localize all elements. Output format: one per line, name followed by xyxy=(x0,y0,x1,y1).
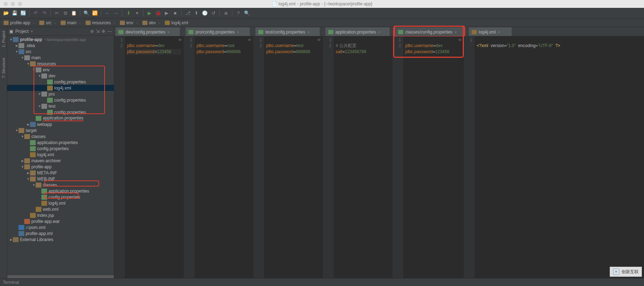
code-area[interactable]: jdbc.username=root jdbc.password=666666 … xyxy=(194,36,253,278)
minimize-window-icon[interactable] xyxy=(11,2,15,6)
search-everywhere-icon[interactable]: 🔍 xyxy=(243,9,251,17)
crumb-src[interactable]: src xyxy=(38,20,59,26)
tree-profile-app[interactable]: ▼profile-app xyxy=(7,164,114,170)
tree-test-config[interactable]: ▶config.properties xyxy=(7,109,114,115)
vcs-revert-icon[interactable]: ↺ xyxy=(209,9,217,17)
crumb-file[interactable]: log4j.xml xyxy=(163,20,194,26)
close-icon[interactable]: × xyxy=(237,30,239,34)
editor-pane-classes-config[interactable]: 12 jdbc.username=dev jdbc.password=12345… xyxy=(392,36,464,278)
terminal-button[interactable]: Terminal xyxy=(3,280,19,285)
close-window-icon[interactable] xyxy=(4,2,8,6)
tab-test-config[interactable]: test/config.properties× xyxy=(255,27,320,36)
tab-log4j[interactable]: log4j.xml× xyxy=(469,27,512,36)
tree-maven-archiver[interactable]: ▶maven-archiver xyxy=(7,158,114,164)
tree-main[interactable]: ▼main xyxy=(7,55,114,61)
editor-pane-dev[interactable]: 12 jdbc.username=dev jdbc.password=12345… xyxy=(114,36,184,278)
settings-icon[interactable]: ✻ xyxy=(102,29,105,34)
tree-cls-config[interactable]: ▶config.properties xyxy=(7,145,114,152)
back-icon[interactable]: ← xyxy=(103,9,111,17)
tree-pro[interactable]: ▼pro xyxy=(7,91,114,97)
crumb-main[interactable]: main xyxy=(59,20,83,26)
run-icon[interactable]: ▶ xyxy=(146,9,153,17)
crumb-resources[interactable]: resources xyxy=(84,20,118,26)
build-icon[interactable]: ⬇ xyxy=(125,9,132,17)
tree-src[interactable]: ▼src xyxy=(7,48,114,55)
structure-popup-icon[interactable]: ≣ xyxy=(222,9,230,17)
editor-pane-test[interactable]: 12 jdbc.username=test jdbc.password=8888… xyxy=(253,36,323,278)
tree-cls-app-props[interactable]: ▶application.properties xyxy=(7,139,114,145)
eye-icon[interactable]: 👁 xyxy=(317,37,321,43)
tab-classes-config[interactable]: classes/config.properties× xyxy=(395,27,463,36)
tree-iml[interactable]: ▶profile-app.iml xyxy=(7,230,114,236)
paste-icon[interactable]: 📋 xyxy=(70,9,78,17)
tree-index-jsp[interactable]: ▶index.jsp xyxy=(7,212,114,218)
coverage-icon[interactable]: ▶ xyxy=(163,9,171,17)
tree-classes[interactable]: ▼classes xyxy=(7,133,114,139)
editor-pane-log4j[interactable]: 1 <?xml version="1.0" encoding="UTF-8" ?… xyxy=(464,36,644,278)
tree-cls-log4j[interactable]: ▶log4j.xml xyxy=(7,152,114,158)
stop-icon[interactable]: ■ xyxy=(171,9,179,17)
copy-icon[interactable]: ⧉ xyxy=(61,9,69,17)
close-icon[interactable]: × xyxy=(498,30,500,34)
sync-icon[interactable]: 🔄 xyxy=(19,9,27,17)
tab-dev-config[interactable]: dev/config.properties× xyxy=(116,27,180,36)
tab-pro-config[interactable]: pro/config.properties× xyxy=(186,27,250,36)
close-icon[interactable]: × xyxy=(167,30,169,34)
save-icon[interactable]: 💾 xyxy=(11,9,19,17)
tool-project-tab[interactable]: 1: Project xyxy=(1,31,6,47)
code-area[interactable]: jdbc.username=test jdbc.password=888888 … xyxy=(264,36,323,278)
zoom-window-icon[interactable] xyxy=(18,2,22,6)
open-icon[interactable]: 📂 xyxy=(2,9,10,17)
tree-resources[interactable]: ▼resources xyxy=(7,61,114,67)
tree-dev-config[interactable]: ▶config.properties xyxy=(7,79,114,85)
tree-wcls-config[interactable]: ▶config.properties xyxy=(7,194,114,200)
editor-pane-app[interactable]: 12 # 公共配置 salt=123456789 xyxy=(323,36,392,278)
crumb-project[interactable]: profile-app xyxy=(2,20,37,26)
find-icon[interactable]: 🔍 xyxy=(82,9,90,17)
run-config-icon[interactable]: ▾ xyxy=(133,9,141,17)
close-icon[interactable]: × xyxy=(307,30,309,34)
tree-external-libraries[interactable]: ▶External Libraries xyxy=(7,236,114,242)
forward-icon[interactable]: → xyxy=(112,9,120,17)
tree-pom[interactable]: ▶m pom.xml xyxy=(7,224,114,230)
tree-root[interactable]: ▼profile-app~/workspace/profile-app xyxy=(7,36,114,42)
code-area[interactable]: <?xml version="1.0" encoding="UTF-8" ?> xyxy=(475,36,644,278)
tree-webapp[interactable]: ▶webapp xyxy=(7,121,114,127)
close-icon[interactable]: × xyxy=(455,30,457,34)
tree-webinf-classes[interactable]: ▼classes xyxy=(7,182,114,188)
code-area[interactable]: jdbc.username=dev jdbc.password=123456 👁 xyxy=(125,36,183,278)
tree-web-xml[interactable]: ▶web.xml xyxy=(7,206,114,212)
tree-env[interactable]: ▼env xyxy=(7,67,114,73)
eye-icon[interactable]: 👁 xyxy=(458,37,462,43)
tool-structure-tab[interactable]: 7: Structure xyxy=(1,58,6,78)
undo-icon[interactable]: ↶ xyxy=(32,9,40,17)
tree-wcls-app-props[interactable]: ▶application.properties xyxy=(7,188,114,194)
tree-idea[interactable]: ▶.idea xyxy=(7,42,114,48)
collapse-icon[interactable]: ⊕ xyxy=(90,29,94,34)
tree-app-props[interactable]: ▶application.properties xyxy=(7,115,114,121)
editor-pane-pro[interactable]: 12 jdbc.username=root jdbc.password=6666… xyxy=(184,36,253,278)
redo-icon[interactable]: ↷ xyxy=(40,9,48,17)
tree-web-inf[interactable]: ▼WEB-INF xyxy=(7,176,114,182)
code-area[interactable]: jdbc.username=dev jdbc.password=123456 👁 xyxy=(403,36,463,278)
replace-icon[interactable]: 🔁 xyxy=(91,9,99,17)
vcs-update-icon[interactable]: ⬆ xyxy=(192,9,200,17)
vcs-history-icon[interactable]: 🕒 xyxy=(201,9,209,17)
eye-icon[interactable]: 👁 xyxy=(178,37,182,43)
tree-pro-config[interactable]: ▶config.properties xyxy=(7,97,114,103)
crumb-env[interactable]: env xyxy=(118,20,140,26)
tree-dev-log4j[interactable]: ▶log4j.xml xyxy=(7,85,114,91)
project-tree[interactable]: ▼profile-app~/workspace/profile-app ▶.id… xyxy=(7,36,114,278)
tree-scrollbar-thumb[interactable] xyxy=(7,275,114,278)
close-icon[interactable]: × xyxy=(378,30,380,34)
tree-meta-inf[interactable]: ▶META-INF xyxy=(7,170,114,176)
help-icon[interactable]: ? xyxy=(234,9,242,17)
tree-test[interactable]: ▼test xyxy=(7,103,114,109)
crumb-dev[interactable]: dev xyxy=(141,20,163,26)
code-area[interactable]: # 公共配置 salt=123456789 xyxy=(334,36,392,278)
tree-wcls-log4j[interactable]: ▶log4j.xml xyxy=(7,200,114,206)
vcs-icon[interactable]: ⎇ xyxy=(184,9,192,17)
tree-target[interactable]: ▼target xyxy=(7,127,114,133)
tree-war[interactable]: ▶profile-app.war xyxy=(7,218,114,224)
autoscroll-icon[interactable]: ⇲ xyxy=(96,29,100,34)
